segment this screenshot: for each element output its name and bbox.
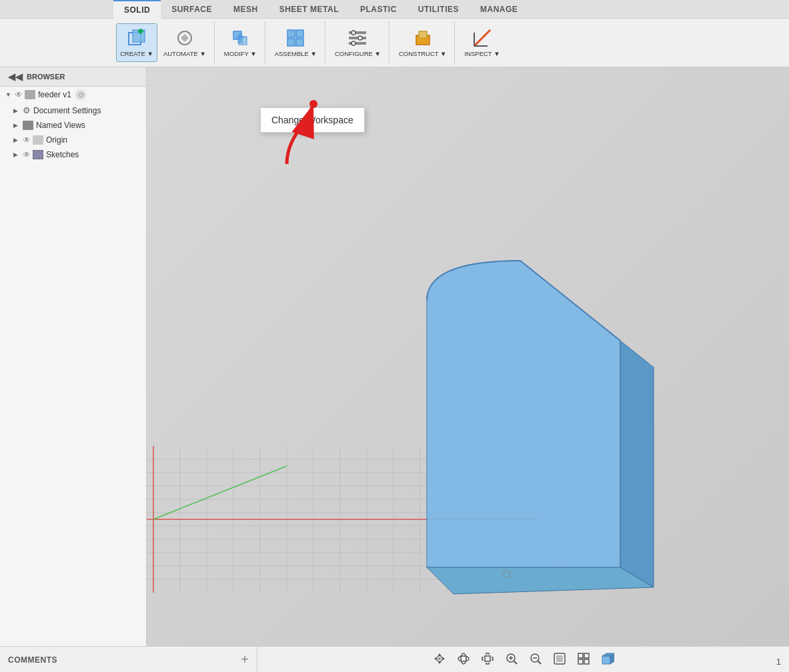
tab-mesh[interactable]: MESH <box>223 0 269 19</box>
new-component-btn[interactable]: CREATE ▼ <box>116 23 157 62</box>
inspect-icon <box>472 27 493 49</box>
viewport-controls <box>257 650 789 670</box>
svg-rect-7 <box>287 30 295 37</box>
tree-item-feeder[interactable]: ▼ 👁 feeder v1 ⊙ <box>0 87 146 103</box>
svg-rect-77 <box>584 659 589 664</box>
orbit-icon <box>457 652 470 665</box>
tab-utilities[interactable]: UTILITIES <box>408 0 470 19</box>
icon-row: CREATE ▼ AUTOMATE ▼ MODIFY ▼ <box>0 19 789 67</box>
comments-label: COMMENTS <box>8 655 241 665</box>
viewport[interactable]: Change Workspace <box>147 67 789 646</box>
sketches-eye-icon: 👁 <box>23 150 31 159</box>
origin-folder-icon <box>33 135 43 145</box>
tree-item-origin[interactable]: ▶ 👁 Origin <box>0 133 146 147</box>
svg-marker-59 <box>434 656 438 661</box>
assemble-label: ASSEMBLE ▼ <box>275 51 317 57</box>
navigate-icon <box>433 652 446 665</box>
named-views-arrow: ▶ <box>13 122 20 129</box>
configure-btn[interactable]: CONFIGURE ▼ <box>331 23 385 62</box>
svg-line-66 <box>514 661 517 664</box>
grid-icon <box>577 652 590 665</box>
zoom-in-btn[interactable] <box>503 650 520 670</box>
zoom-in-icon <box>505 652 518 665</box>
tab-manage[interactable]: MANAGE <box>470 0 528 19</box>
sketches-arrow: ▶ <box>13 151 20 158</box>
tab-surface[interactable]: SURFACE <box>161 0 223 19</box>
bottom-bar: COMMENTS + <box>0 646 789 672</box>
automate-label: AUTOMATE ▼ <box>163 51 206 57</box>
automate-icon <box>174 27 195 49</box>
pan-icon <box>481 652 494 665</box>
svg-point-63 <box>461 653 466 664</box>
automate-btn[interactable]: AUTOMATE ▼ <box>159 23 210 62</box>
create-label: CREATE ▼ <box>120 51 153 57</box>
svg-line-19 <box>474 30 490 46</box>
inspect-group: INSPECT ▼ <box>456 21 508 64</box>
display-mode-icon <box>553 652 566 665</box>
construct-group: CONSTRUCT ▼ <box>391 21 456 64</box>
browser-collapse-icon: ◀◀ <box>8 71 23 82</box>
tab-plastic[interactable]: PLASTIC <box>349 0 408 19</box>
configure-group: CONFIGURE ▼ <box>327 21 389 64</box>
svg-rect-75 <box>584 653 589 658</box>
comments-add-button[interactable]: + <box>241 652 249 667</box>
svg-rect-76 <box>578 659 583 664</box>
navigate-btn[interactable] <box>431 650 448 670</box>
assemble-icon <box>285 27 306 49</box>
browser-header[interactable]: ◀◀ BROWSER <box>0 67 146 87</box>
assemble-group: ASSEMBLE ▼ <box>267 21 325 64</box>
sidebar: ◀◀ BROWSER ▼ 👁 feeder v1 ⊙ ▶ ⚙ Document … <box>0 67 147 646</box>
tab-sheet-metal[interactable]: SHEET METAL <box>269 0 349 19</box>
svg-marker-60 <box>441 656 445 661</box>
feeder-radio-icon: ⊙ <box>75 89 86 100</box>
modify-icon <box>229 27 251 49</box>
svg-rect-78 <box>602 656 610 664</box>
svg-line-70 <box>538 661 541 664</box>
feeder-label: feeder v1 <box>38 90 71 99</box>
svg-point-61 <box>438 657 441 660</box>
doc-settings-arrow: ▶ <box>13 107 20 114</box>
orbit-btn[interactable] <box>455 650 472 670</box>
modify-btn[interactable]: MODIFY ▼ <box>220 23 261 62</box>
named-views-folder-icon <box>23 121 33 130</box>
inspect-btn[interactable]: INSPECT ▼ <box>460 23 504 62</box>
construct-btn[interactable]: CONSTRUCT ▼ <box>395 23 451 62</box>
feeder-eye-icon: 👁 <box>15 90 23 99</box>
tree-item-doc-settings[interactable]: ▶ ⚙ Document Settings <box>0 103 146 118</box>
modify-label: MODIFY ▼ <box>224 51 257 57</box>
origin-label: Origin <box>46 135 67 145</box>
zoom-out-btn[interactable] <box>527 650 544 670</box>
workspace-popup[interactable]: Change Workspace <box>260 107 365 133</box>
construct-icon <box>412 27 434 49</box>
svg-rect-74 <box>578 653 583 658</box>
create-group: CREATE ▼ AUTOMATE ▼ <box>112 21 215 64</box>
tree-item-named-views[interactable]: ▶ Named Views <box>0 118 146 133</box>
svg-rect-64 <box>485 656 490 661</box>
tree-item-sketches[interactable]: ▶ 👁 Sketches <box>0 147 146 162</box>
assemble-btn[interactable]: ASSEMBLE ▼ <box>271 23 321 62</box>
comments-section: COMMENTS + <box>0 647 257 672</box>
construct-label: CONSTRUCT ▼ <box>399 51 447 57</box>
tab-solid[interactable]: SOLID <box>113 0 161 19</box>
main-area: ◀◀ BROWSER ▼ 👁 feeder v1 ⊙ ▶ ⚙ Document … <box>0 67 789 646</box>
modify-group: MODIFY ▼ <box>216 21 265 64</box>
named-views-label: Named Views <box>36 121 85 130</box>
sketches-label: Sketches <box>46 150 79 159</box>
pan-btn[interactable] <box>479 650 496 670</box>
svg-rect-12 <box>349 37 366 39</box>
view-cube-btn[interactable] <box>599 650 616 670</box>
origin-arrow: ▶ <box>13 137 20 143</box>
svg-point-14 <box>351 31 355 35</box>
svg-line-53 <box>153 466 287 519</box>
gear-icon: ⚙ <box>23 105 31 115</box>
tab-row: SOLID SURFACE MESH SHEET METAL PLASTIC U… <box>0 0 789 19</box>
svg-rect-73 <box>556 655 563 662</box>
svg-rect-18 <box>419 31 427 38</box>
configure-label: CONFIGURE ▼ <box>335 51 381 57</box>
origin-eye-icon: 👁 <box>23 135 31 145</box>
feeder-arrow: ▼ <box>5 91 12 98</box>
workspace-popup-label: Change Workspace <box>271 115 353 125</box>
display-mode-btn[interactable] <box>551 650 568 670</box>
svg-rect-10 <box>296 39 303 46</box>
grid-btn[interactable] <box>575 650 592 670</box>
